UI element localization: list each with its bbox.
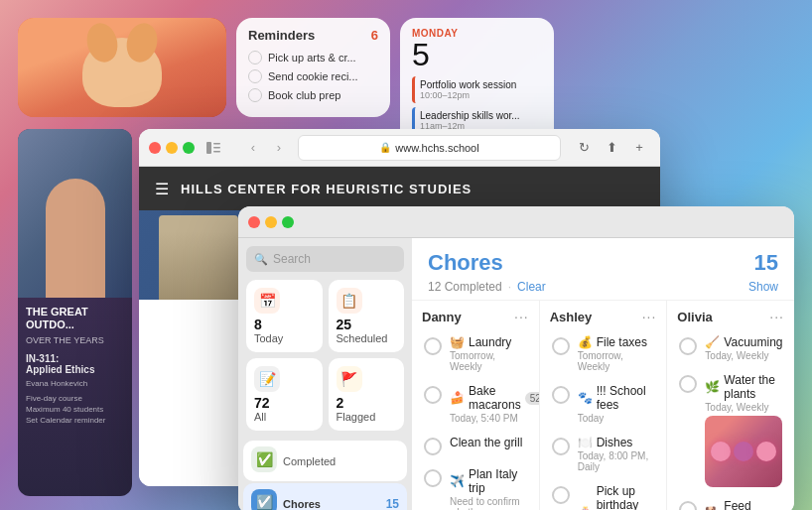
dog-ear-right bbox=[122, 20, 161, 65]
task-laundry[interactable]: 🧺 Laundry Tomorrow, Weekly bbox=[420, 330, 531, 377]
show-link[interactable]: Show bbox=[748, 280, 778, 294]
add-tab-button[interactable]: + bbox=[628, 137, 650, 159]
task-sub-vacuuming: Today, Weekly bbox=[705, 350, 782, 361]
smart-list-chores[interactable]: ☑️ Chores 15 bbox=[243, 483, 407, 510]
task-plants[interactable]: 🌿 Water the plants Today, Weekly bbox=[675, 368, 786, 492]
task-italy[interactable]: ✈️ Plan Italy trip Need to confirm wheth… bbox=[420, 462, 531, 510]
task-vacuuming[interactable]: 🧹 Vacuuming Today, Weekly bbox=[675, 330, 786, 366]
reminders-main: Chores 15 12 Completed · Clear Show Dann… bbox=[412, 238, 794, 510]
forward-button[interactable]: › bbox=[268, 137, 290, 159]
smart-list-scheduled[interactable]: 📋 25 Scheduled bbox=[329, 280, 405, 352]
task-circle-taxes bbox=[552, 337, 570, 355]
flower-photo bbox=[705, 416, 782, 487]
reminders-maximize[interactable] bbox=[282, 216, 294, 228]
browser-nav: ‹ › bbox=[242, 137, 290, 159]
column-olivia-options[interactable]: ··· bbox=[769, 309, 784, 324]
task-feed-sparky[interactable]: 🐕 Feed Sparky Today, 5:00 PM, Daily bbox=[675, 494, 786, 510]
task-title-sparky: 🐕 Feed Sparky bbox=[705, 499, 782, 510]
widget-reminders-header: Reminders 6 bbox=[248, 28, 378, 43]
collage-course-id: IN-311: Applied Ethics bbox=[26, 353, 124, 375]
task-grill[interactable]: Clean the grill bbox=[420, 431, 531, 460]
hamburger-icon[interactable]: ☰ bbox=[155, 180, 169, 198]
task-content-school-fees: 🐾 !!! School fees Today bbox=[578, 384, 655, 424]
dog-shape bbox=[82, 38, 162, 107]
flagged-label: Flagged bbox=[337, 411, 397, 423]
maximize-button[interactable] bbox=[183, 142, 195, 154]
reminders-count-badge: 15 bbox=[754, 250, 778, 276]
widget-reminders-title: Reminders bbox=[248, 28, 315, 43]
smart-list-today[interactable]: 📅 8 Today bbox=[246, 280, 323, 352]
search-box[interactable]: 🔍 Search bbox=[246, 246, 404, 272]
reminders-columns: Danny ··· 🧺 Laundry Tomorrow, Weekly bbox=[412, 301, 794, 510]
task-circle-cake bbox=[552, 486, 570, 504]
task-content-grill: Clean the grill bbox=[450, 436, 527, 449]
reload-button[interactable]: ↻ bbox=[573, 137, 595, 159]
reminder-text-3: Book club prep bbox=[268, 89, 340, 101]
cal-day-number: 5 bbox=[412, 39, 542, 70]
task-title-laundry: 🧺 Laundry bbox=[450, 335, 527, 349]
reminder-text-2: Send cookie reci... bbox=[268, 70, 358, 82]
smart-list-completed[interactable]: ✅ Completed bbox=[243, 441, 407, 481]
task-macarons[interactable]: 🍰 Bake macarons 52 Today, 5:40 PM bbox=[420, 379, 531, 429]
task-sub-italy: Need to confirm whether we should fly to… bbox=[450, 496, 527, 510]
column-ashley-options[interactable]: ··· bbox=[642, 309, 657, 324]
flower-1 bbox=[711, 442, 731, 461]
smart-list-all[interactable]: 📝 72 All bbox=[246, 358, 323, 431]
column-ashley: Ashley ··· 💰 File taxes Tomorrow, Weekly bbox=[540, 301, 668, 510]
minimize-button[interactable] bbox=[166, 142, 178, 154]
task-birthday-cake[interactable]: 🎂 Pick up birthday cake for 🐕 Sparky bbox=[548, 479, 659, 510]
school-logo: HILLS CENTER FOR HEURISTIC STUDIES bbox=[181, 182, 472, 196]
collage-title: THE GREAT OUTDO... bbox=[26, 306, 124, 331]
task-school-fees[interactable]: 🐾 !!! School fees Today bbox=[548, 379, 659, 429]
task-title-grill: Clean the grill bbox=[450, 436, 527, 449]
task-content-dishes: 🍽️ Dishes Today, 8:00 PM, Daily bbox=[578, 436, 655, 472]
task-content-laundry: 🧺 Laundry Tomorrow, Weekly bbox=[450, 335, 527, 372]
column-danny-name: Danny bbox=[422, 310, 462, 324]
share-button[interactable]: ⬆ bbox=[601, 137, 622, 159]
task-title-cake: 🎂 Pick up birthday cake for 🐕 Sparky bbox=[578, 484, 655, 510]
collage-photo bbox=[18, 129, 132, 298]
smart-list-flagged[interactable]: 🚩 2 Flagged bbox=[329, 358, 405, 431]
reminders-close[interactable] bbox=[248, 216, 260, 228]
today-count: 8 bbox=[254, 317, 315, 332]
reminders-window: 🔍 Search 📅 8 Today 📋 25 Scheduled 📝 72 bbox=[238, 206, 794, 510]
flagged-count: 2 bbox=[337, 395, 397, 411]
sidebar-toggle[interactable] bbox=[203, 137, 224, 159]
task-content-italy: ✈️ Plan Italy trip Need to confirm wheth… bbox=[450, 467, 527, 510]
task-dishes[interactable]: 🍽️ Dishes Today, 8:00 PM, Daily bbox=[548, 431, 659, 477]
task-taxes[interactable]: 💰 File taxes Tomorrow, Weekly bbox=[548, 330, 659, 377]
dog-ear-left bbox=[82, 20, 121, 65]
scheduled-icon: 📋 bbox=[337, 288, 362, 314]
task-circle-vacuuming bbox=[679, 337, 697, 355]
task-content-macarons: 🍰 Bake macarons 52 Today, 5:40 PM bbox=[450, 384, 527, 424]
browser-toolbar: ‹ › 🔒 www.hchs.school ↻ ⬆ + bbox=[139, 129, 660, 167]
column-danny-options[interactable]: ··· bbox=[514, 309, 529, 324]
clear-link[interactable]: Clear bbox=[517, 280, 546, 294]
collage-course-info: Five-day course Maximum 40 students Set … bbox=[26, 393, 124, 427]
widget-photo bbox=[18, 18, 226, 117]
task-content-sparky: 🐕 Feed Sparky Today, 5:00 PM, Daily bbox=[705, 499, 782, 510]
widget-reminders-count: 6 bbox=[371, 28, 378, 43]
collage-person bbox=[46, 179, 105, 298]
browser-actions: ↻ ⬆ + bbox=[573, 137, 650, 159]
chores-count: 15 bbox=[386, 497, 399, 511]
column-olivia-name: Olivia bbox=[677, 310, 712, 324]
address-text: www.hchs.school bbox=[395, 142, 478, 154]
task-title-macarons: 🍰 Bake macarons 52 bbox=[450, 384, 527, 412]
cal-event-title-1: Portfolio work session bbox=[420, 79, 537, 90]
back-button[interactable]: ‹ bbox=[242, 137, 264, 159]
lock-icon: 🔒 bbox=[379, 142, 391, 153]
today-icon: 📅 bbox=[254, 288, 280, 314]
svg-rect-0 bbox=[206, 142, 211, 154]
search-icon: 🔍 bbox=[254, 253, 268, 266]
all-count: 72 bbox=[254, 395, 315, 411]
address-bar[interactable]: 🔒 www.hchs.school bbox=[298, 135, 561, 161]
flower-3 bbox=[756, 442, 776, 461]
task-content-cake: 🎂 Pick up birthday cake for 🐕 Sparky bbox=[578, 484, 655, 510]
task-sub-plants: Today, Weekly bbox=[705, 402, 782, 413]
collage-text: THE GREAT OUTDO... OVER THE YEARS IN-311… bbox=[18, 298, 132, 434]
chores-icon: ☑️ bbox=[251, 489, 277, 510]
reminders-minimize[interactable] bbox=[265, 216, 277, 228]
close-button[interactable] bbox=[149, 142, 161, 154]
school-statue bbox=[159, 215, 238, 300]
